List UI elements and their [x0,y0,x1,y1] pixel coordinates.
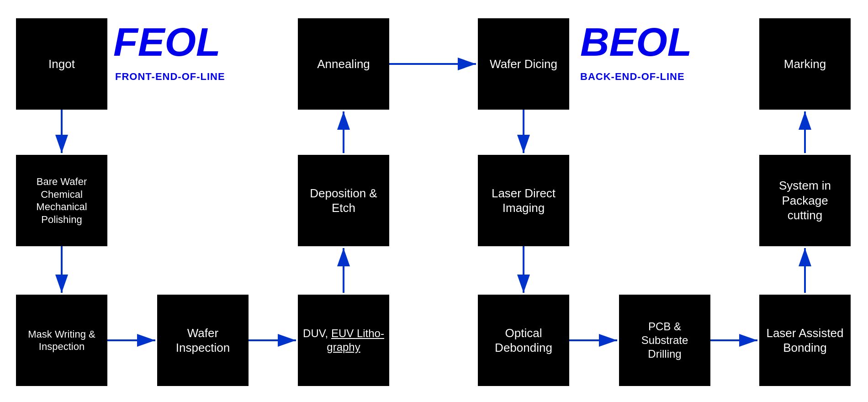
annealing-node: Annealing [298,18,389,110]
pcb-substrate-node: PCB & Substrate Drilling [619,295,710,386]
duv-euv-node: DUV, EUV Litho-graphy [298,295,389,386]
deposition-node: Deposition & Etch [298,155,389,246]
system-package-node: System in Package cutting [759,155,851,246]
optical-debonding-node: Optical Debonding [478,295,569,386]
laser-direct-node: Laser Direct Imaging [478,155,569,246]
mask-writing-node: Mask Writing & Inspection [16,295,107,386]
beol-label: BEOL [580,22,692,62]
beol-sublabel: BACK-END-OF-LINE [580,71,685,83]
diagram: FEOL FRONT-END-OF-LINE BEOL BACK-END-OF-… [0,0,868,402]
bare-wafer-node: Bare Wafer Chemical Mechanical Polishing [16,155,107,246]
feol-label: FEOL [113,22,221,62]
feol-sublabel: FRONT-END-OF-LINE [115,71,225,83]
wafer-inspection-node: Wafer Inspection [157,295,249,386]
marking-node: Marking [759,18,851,110]
laser-bonding-node: Laser Assisted Bonding [759,295,851,386]
wafer-dicing-node: Wafer Dicing [478,18,569,110]
ingot-node: Ingot [16,18,107,110]
